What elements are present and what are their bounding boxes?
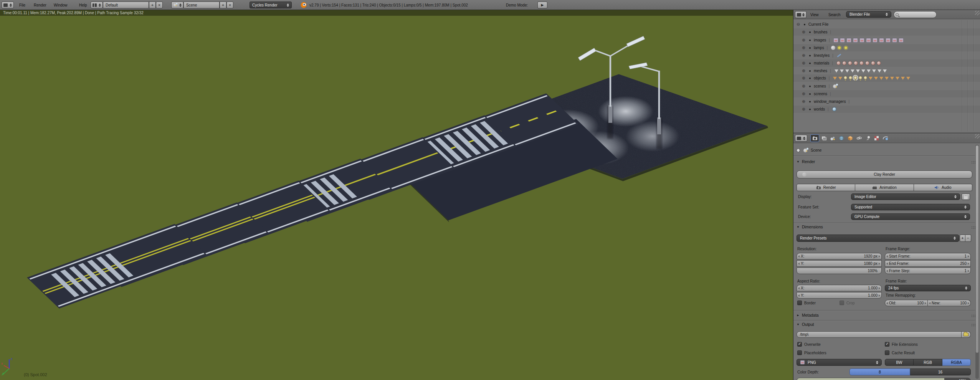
object-mesh-icon[interactable] bbox=[869, 77, 873, 80]
image-icon[interactable] bbox=[840, 38, 845, 43]
lamp-object-icon[interactable] bbox=[849, 76, 852, 79]
frame-step-field[interactable]: Frame Step: 1 bbox=[885, 268, 971, 274]
tab-texture[interactable] bbox=[872, 134, 881, 142]
aspect-x-field[interactable]: X: 1.000 bbox=[797, 285, 882, 291]
expand-icon[interactable] bbox=[802, 53, 806, 58]
resolution-y-field[interactable]: Y: 1080 px bbox=[797, 260, 882, 267]
image-icon[interactable] bbox=[879, 38, 884, 43]
scene-icon[interactable] bbox=[833, 84, 837, 88]
mesh-icon[interactable] bbox=[878, 69, 881, 73]
menu-window[interactable]: Window bbox=[51, 0, 70, 10]
expand-icon[interactable] bbox=[802, 30, 806, 34]
material-icon[interactable] bbox=[859, 61, 864, 65]
outliner-row-linestyles[interactable]: linestyles | bbox=[793, 52, 980, 59]
border-checkbox-row[interactable]: Border bbox=[797, 301, 816, 305]
object-mesh-icon[interactable] bbox=[896, 77, 899, 80]
placeholders-checkbox-row[interactable]: Placeholders bbox=[797, 350, 826, 355]
image-icon[interactable] bbox=[892, 38, 897, 43]
sun-lamp-icon[interactable] bbox=[844, 46, 848, 50]
render-button[interactable]: Render bbox=[797, 184, 855, 191]
screen-layout-browser[interactable] bbox=[91, 2, 103, 8]
border-checkbox[interactable] bbox=[797, 301, 802, 305]
region-corner-grip[interactable] bbox=[975, 134, 980, 139]
outliner-row-current-file[interactable]: Current File bbox=[793, 21, 980, 28]
add-scene-button[interactable]: + bbox=[220, 2, 226, 8]
outliner-display-mode-dropdown[interactable]: Blender File bbox=[846, 11, 891, 18]
scrollbar-thumb[interactable] bbox=[976, 145, 978, 353]
frame-rate-dropdown[interactable]: 24 fps bbox=[885, 285, 971, 291]
feature-set-dropdown[interactable]: Supported bbox=[851, 204, 970, 210]
tab-render-layers[interactable] bbox=[819, 134, 828, 142]
expand-icon[interactable] bbox=[802, 61, 806, 65]
object-mesh-icon[interactable] bbox=[890, 77, 894, 80]
audio-button[interactable]: Audio bbox=[914, 184, 972, 191]
clay-render-button[interactable]: Clay Render bbox=[797, 170, 972, 178]
pin-icon[interactable] bbox=[796, 148, 801, 153]
outliner-row-meshes[interactable]: meshes | bbox=[793, 67, 980, 74]
end-frame-field[interactable]: End Frame: 250 bbox=[885, 260, 971, 267]
cache-result-checkbox[interactable] bbox=[885, 350, 889, 355]
active-lamp-object-icon[interactable] bbox=[854, 76, 857, 79]
panel-header-metadata[interactable]: ► Metadata bbox=[797, 313, 973, 317]
menu-file[interactable]: File bbox=[17, 0, 28, 10]
tab-lamp-data[interactable] bbox=[863, 134, 872, 142]
resolution-percentage-slider[interactable]: 100% bbox=[797, 268, 882, 274]
scene-browser[interactable] bbox=[171, 2, 183, 8]
outliner-search-menu[interactable]: Search bbox=[828, 11, 841, 18]
image-icon[interactable] bbox=[846, 38, 851, 43]
image-icon[interactable] bbox=[853, 38, 858, 43]
material-icon[interactable] bbox=[871, 61, 875, 65]
add-preset-button[interactable]: + bbox=[960, 235, 965, 242]
object-mesh-icon[interactable] bbox=[833, 77, 837, 80]
menu-help[interactable]: Help bbox=[77, 0, 89, 10]
outliner-row-lamps[interactable]: lamps | bbox=[793, 44, 980, 51]
object-mesh-icon[interactable] bbox=[885, 77, 889, 80]
expand-icon[interactable] bbox=[802, 69, 806, 73]
expand-icon[interactable] bbox=[802, 92, 806, 96]
material-icon[interactable] bbox=[865, 61, 869, 65]
object-mesh-icon[interactable] bbox=[906, 77, 910, 80]
sun-lamp-icon[interactable] bbox=[838, 46, 841, 50]
region-corner-grip[interactable] bbox=[975, 11, 980, 15]
tab-render[interactable] bbox=[810, 134, 819, 142]
material-icon[interactable] bbox=[848, 61, 852, 65]
delete-layout-button[interactable]: × bbox=[156, 2, 163, 8]
mesh-icon[interactable] bbox=[867, 69, 871, 73]
linestyle-icon[interactable] bbox=[837, 54, 841, 58]
image-icon[interactable] bbox=[886, 38, 891, 43]
expand-icon[interactable] bbox=[802, 84, 806, 88]
resolution-x-field[interactable]: X: 1920 px bbox=[797, 253, 882, 259]
editor-type-selector[interactable] bbox=[795, 11, 806, 18]
mesh-icon[interactable] bbox=[856, 69, 860, 73]
tab-physics[interactable] bbox=[881, 134, 890, 142]
image-icon[interactable] bbox=[873, 38, 878, 43]
outliner-row-materials[interactable]: materials | bbox=[793, 59, 980, 67]
delete-scene-button[interactable]: × bbox=[226, 2, 233, 8]
lamp-object-icon[interactable] bbox=[864, 76, 867, 79]
properties-scrollbar[interactable] bbox=[975, 145, 979, 379]
lamp-object-icon[interactable] bbox=[859, 76, 862, 79]
image-icon[interactable] bbox=[899, 38, 904, 43]
expand-icon[interactable] bbox=[802, 107, 806, 111]
outliner-row-worlds[interactable]: worlds | bbox=[793, 106, 980, 113]
color-mode-bw[interactable]: BW bbox=[885, 359, 914, 366]
editor-type-selector[interactable] bbox=[2, 2, 14, 8]
material-icon[interactable] bbox=[836, 61, 841, 65]
color-depth-8[interactable]: 8 bbox=[849, 368, 910, 375]
color-depth-16[interactable]: 16 bbox=[910, 368, 971, 375]
mesh-icon[interactable] bbox=[840, 69, 844, 73]
tab-world[interactable] bbox=[837, 134, 846, 142]
lock-interface-button[interactable] bbox=[962, 193, 970, 200]
expand-icon[interactable] bbox=[802, 76, 806, 80]
collapse-icon[interactable] bbox=[797, 22, 801, 26]
mesh-icon[interactable] bbox=[845, 69, 849, 73]
display-dropdown[interactable]: Image Editor bbox=[851, 193, 960, 200]
color-mode-rgb[interactable]: RGB bbox=[914, 359, 942, 366]
outliner-view-menu[interactable]: View bbox=[810, 11, 819, 18]
overwrite-checkbox[interactable] bbox=[797, 342, 802, 347]
object-mesh-icon[interactable] bbox=[838, 77, 842, 80]
outliner-row-scenes[interactable]: scenes | bbox=[793, 83, 980, 90]
file-extensions-checkbox-row[interactable]: File Extensions bbox=[885, 342, 918, 347]
tab-constraints[interactable] bbox=[854, 134, 863, 142]
outliner-row-window-managers[interactable]: window_managers | bbox=[793, 98, 980, 105]
